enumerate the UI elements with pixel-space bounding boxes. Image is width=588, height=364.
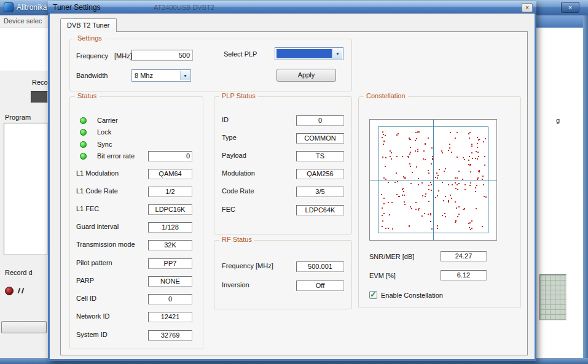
apply-button[interactable]: Apply	[276, 69, 336, 82]
frequency-input[interactable]	[131, 50, 193, 61]
constellation-point	[475, 158, 476, 159]
constellation-point	[415, 132, 417, 133]
constellation-point	[418, 184, 419, 185]
constellation-point	[477, 143, 478, 144]
constellation-point	[402, 189, 403, 190]
constellation-point	[477, 137, 478, 138]
constellation-point	[404, 195, 405, 196]
constellation-point	[431, 163, 432, 165]
plp-code-rate-label: Code Rate	[222, 187, 254, 195]
constellation-point	[402, 156, 403, 157]
constellation-point	[470, 171, 471, 172]
pilot-pattern-value: PP7	[148, 258, 192, 269]
device-select-menu[interactable]: Device selec	[0, 15, 48, 28]
constellation-point	[430, 213, 431, 214]
enable-constellation-checkbox[interactable]: ✓	[369, 291, 377, 299]
enable-constellation-label: Enable Constellation	[381, 292, 443, 299]
constellation-point	[471, 228, 472, 229]
chevron-down-icon[interactable]: ▼	[332, 48, 342, 59]
program-listbox[interactable]	[4, 123, 48, 255]
tab-dvb-t2-tuner[interactable]: DVB T2 Tuner	[60, 18, 117, 32]
lock-label: Lock	[97, 128, 111, 136]
l1-modulation-label: L1 Modulation	[76, 169, 119, 177]
select-plp-label: Select PLP	[224, 50, 257, 58]
constellation-point	[471, 145, 472, 147]
constellation-point	[402, 188, 404, 189]
constellation-plot	[369, 119, 497, 241]
constellation-point	[396, 194, 398, 195]
constellation-point	[477, 147, 478, 148]
constellation-point	[477, 158, 478, 160]
bit-error-rate-label: Bit error rate	[97, 152, 135, 160]
constellation-point	[391, 158, 392, 160]
lock-led-icon	[80, 129, 87, 136]
constellation-point	[417, 149, 418, 150]
constellation-point	[448, 184, 449, 185]
select-plp-combobox[interactable]: ▼	[275, 47, 343, 60]
constellation-point	[455, 177, 456, 179]
dialog-close-button[interactable]: ×	[522, 3, 533, 12]
status-group-title: Status	[75, 92, 99, 99]
constellation-point	[485, 196, 487, 198]
main-window-title: Alitronika	[17, 3, 47, 12]
dialog-titlebar[interactable]: Tuner Settings AT2400USB DVBT2 ×	[48, 1, 536, 14]
constellation-point	[448, 150, 449, 151]
constellation-point	[479, 171, 480, 172]
app-icon	[4, 2, 14, 12]
constellation-point	[436, 172, 437, 174]
plp-modulation-value: QAM256	[296, 169, 344, 179]
main-close-button[interactable]: ×	[561, 2, 579, 13]
cell-id-value: 0	[148, 294, 192, 304]
constellation-point	[445, 216, 446, 217]
plp-fec-value: LDPC64K	[296, 205, 344, 215]
constellation-point	[483, 184, 484, 185]
constellation-point	[442, 215, 443, 216]
constellation-point	[382, 226, 383, 227]
plp-payload-value: TS	[296, 151, 344, 161]
constellation-point	[428, 185, 429, 186]
constellation-point	[390, 156, 391, 157]
plp-status-group: PLP Status ID 0 Type COMMON Payload TS M…	[214, 96, 352, 234]
constellation-point	[445, 168, 446, 169]
program-label-fragment: Program	[5, 114, 31, 121]
plp-code-rate-value: 3/5	[296, 187, 344, 197]
constellation-point	[421, 215, 423, 217]
constellation-point	[428, 172, 429, 174]
constellation-point	[405, 177, 406, 179]
constellation-point	[444, 171, 445, 172]
background-left-button[interactable]	[1, 321, 47, 333]
constellation-point	[396, 172, 397, 174]
record-group-label-fragment: Recor	[32, 79, 50, 86]
constellation-point	[410, 152, 411, 153]
constellation-point	[452, 184, 453, 185]
constellation-point	[383, 203, 385, 204]
constellation-point	[382, 157, 383, 158]
constellation-point	[442, 152, 443, 153]
constellation-point	[463, 157, 464, 158]
constellation-point	[462, 179, 463, 180]
l1-fec-value: LDPC16K	[148, 204, 192, 215]
constellation-group: Constellation SNR/MER [dB] 24.27 EVM [%]…	[358, 96, 521, 308]
background-right-highlight	[536, 15, 584, 28]
chevron-down-icon[interactable]: ▼	[180, 71, 190, 80]
bandwidth-combobox[interactable]: 8 Mhz ▼	[131, 69, 191, 82]
constellation-point	[396, 156, 398, 157]
constellation-point	[477, 177, 479, 179]
constellation-point	[470, 182, 471, 184]
bandwidth-label: Bandwidth	[76, 72, 108, 79]
frequency-unit-label: [MHz]	[114, 52, 132, 60]
guard-interval-label: Guard interval	[76, 223, 119, 230]
constellation-point	[388, 228, 389, 229]
constellation-point	[478, 139, 479, 141]
bit-error-rate-value: 0	[148, 151, 192, 161]
constellation-point	[435, 197, 436, 198]
constellation-point	[431, 190, 432, 191]
constellation-point	[450, 132, 451, 133]
constellation-point	[385, 135, 386, 136]
constellation-point	[469, 227, 470, 228]
constellation-point	[403, 191, 404, 192]
constellation-point	[404, 204, 406, 205]
constellation-point	[465, 189, 466, 190]
constellation-point	[430, 214, 431, 215]
constellation-point	[410, 166, 411, 167]
